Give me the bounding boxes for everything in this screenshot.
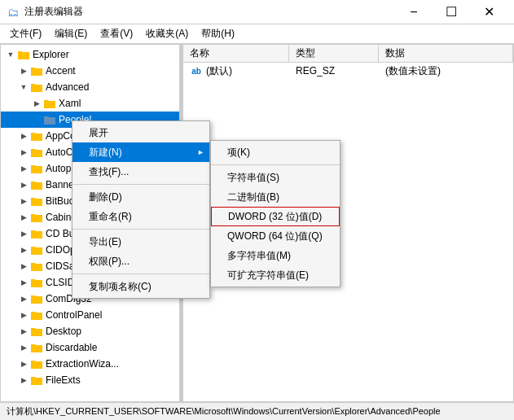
col-header-name: 名称 [183,45,289,63]
menu-view[interactable]: 查看(V) [94,25,139,43]
tree-label-xaml: Xaml [59,98,81,109]
ctx-new[interactable]: 新建(N) ► [72,142,209,162]
expand-icon-fileexts[interactable] [17,374,30,387]
menu-help[interactable]: 帮助(H) [195,25,241,43]
tree-item-advanced[interactable]: Advanced [1,79,179,95]
folder-icon-cidsave [30,260,43,272]
ctx-sub-binary[interactable]: 二进制值(B) [211,187,340,207]
expand-icon-cidoper[interactable] [17,243,30,256]
tree-item-explorer[interactable]: Explorer [1,46,179,63]
expand-icon-controlpanel[interactable] [17,308,30,322]
ctx-sub-qword[interactable]: QWORD (64 位)值(Q) [211,226,340,246]
tree-item-accent[interactable]: Accent [1,63,179,79]
folder-icon-cidoper [30,244,43,256]
ctx-sub-string[interactable]: 字符串值(S) [211,168,340,187]
tree-item-fileexts[interactable]: FileExts [1,372,179,388]
expand-icon-appcontrol[interactable] [17,129,30,142]
expand-icon-discardable[interactable] [17,341,30,354]
reg-string-icon: ab [190,64,203,77]
folder-icon-banners [30,179,43,190]
folder-icon-extractionwiz [30,358,43,370]
status-bar: 计算机\HKEY_CURRENT_USER\SOFTWARE\Microsoft… [0,402,514,420]
ctx-separator-1 [72,184,209,185]
value-name: ab (默认) [183,64,289,78]
value-data: (数值未设置) [379,64,513,78]
menu-bar: 文件(F) 编辑(E) 查看(V) 收藏夹(A) 帮助(H) [0,24,514,44]
ctx-find[interactable]: 查找(F)... [72,162,209,182]
folder-icon-xaml [43,98,56,109]
expand-icon-desktop[interactable] [17,325,30,338]
folder-icon-cdburn [30,228,43,239]
folder-icon-accent [30,65,43,77]
folder-icon-bitbucket [30,195,43,207]
expand-icon-explorer[interactable] [4,48,17,61]
menu-edit[interactable]: 编辑(E) [48,25,94,43]
expand-icon-cdburn[interactable] [17,227,30,240]
menu-file[interactable]: 文件(F) [3,25,48,43]
tree-label-advanced: Advanced [46,81,89,93]
expand-icon-autocont[interactable] [17,146,30,159]
folder-icon-appcontrol [30,130,43,142]
ctx-expand[interactable]: 展开 [72,123,209,142]
tree-label-explorer: Explorer [33,49,69,60]
expand-icon-cabinets[interactable] [17,211,30,224]
window-title: 注册表编辑器 [24,5,395,19]
ctx-copy-name[interactable]: 复制项名称(C) [72,277,209,296]
ctx-sub-dword[interactable]: DWORD (32 位)值(D) [211,207,340,226]
tree-label-controlpanel: ControlPanel [46,309,102,321]
expand-icon-advanced[interactable] [17,81,30,94]
ctx-sub-multistring[interactable]: 多字符串值(M) [211,246,340,265]
folder-icon-controlpanel [30,309,43,321]
folder-icon-desktop [30,326,43,337]
folder-icon-explorer [17,49,30,60]
folder-icon-autoplay [30,163,43,174]
ctx-sub-expandstring[interactable]: 可扩充字符串值(E) [211,265,340,285]
folder-icon-autocont [30,147,43,158]
table-row[interactable]: ab (默认) REG_SZ (数值未设置) [183,63,513,79]
tree-label-discardable: Discardable [46,342,97,353]
minimize-button[interactable]: − [395,0,433,24]
expand-icon-bitbucket[interactable] [17,195,30,208]
value-type: REG_SZ [289,65,379,77]
tree-item-xaml[interactable]: Xaml [1,95,179,112]
tree-item-discardable[interactable]: Discardable [1,339,179,356]
close-button[interactable]: ✕ [470,0,507,24]
app-icon: 🗂 [7,6,20,19]
tree-item-controlpanel[interactable]: ControlPanel [1,307,179,323]
tree-item-desktop[interactable]: Desktop [1,323,179,339]
col-header-data: 数据 [379,45,513,63]
maximize-button[interactable]: ☐ [433,0,470,24]
tree-label-clsid: CLSID [46,277,74,288]
column-headers: 名称 类型 数据 [183,45,513,63]
expand-icon-autoplay[interactable] [17,162,30,175]
folder-icon-advanced [30,81,43,93]
expand-icon-cidsave[interactable] [17,260,30,273]
expand-icon-clsid[interactable] [17,276,30,289]
expand-icon-comdlg32[interactable] [17,292,30,305]
status-path: 计算机\HKEY_CURRENT_USER\SOFTWARE\Microsoft… [7,405,441,418]
tree-label-desktop: Desktop [46,326,81,337]
folder-icon-comdlg32 [30,293,43,304]
folder-icon-fileexts [30,374,43,386]
tree-label-extractionwiz: ExtractionWiza... [46,358,119,370]
ctx-sub-separator-1 [211,164,340,165]
tree-label-accent: Accent [46,65,76,77]
tree-label-fileexts: FileExts [46,374,81,386]
col-header-type: 类型 [289,45,379,63]
folder-icon-cabinets [30,212,43,223]
expand-icon-xaml[interactable] [30,97,43,110]
folder-icon-clsid [30,277,43,288]
folder-icon-people [43,114,56,125]
submenu-arrow-icon: ► [197,148,204,156]
ctx-rename[interactable]: 重命名(R) [72,207,209,226]
menu-favorites[interactable]: 收藏夹(A) [139,25,195,43]
expand-icon-accent[interactable] [17,64,30,77]
expand-icon-banners[interactable] [17,178,30,191]
ctx-permissions[interactable]: 权限(P)... [72,252,209,271]
expand-icon-extractionwiz[interactable] [17,357,30,370]
tree-item-extractionwiz[interactable]: ExtractionWiza... [1,356,179,372]
ctx-delete[interactable]: 删除(D) [72,187,209,207]
title-bar: 🗂 注册表编辑器 − ☐ ✕ [0,0,514,24]
ctx-sub-key[interactable]: 项(K) [211,142,340,162]
ctx-export[interactable]: 导出(E) [72,232,209,252]
